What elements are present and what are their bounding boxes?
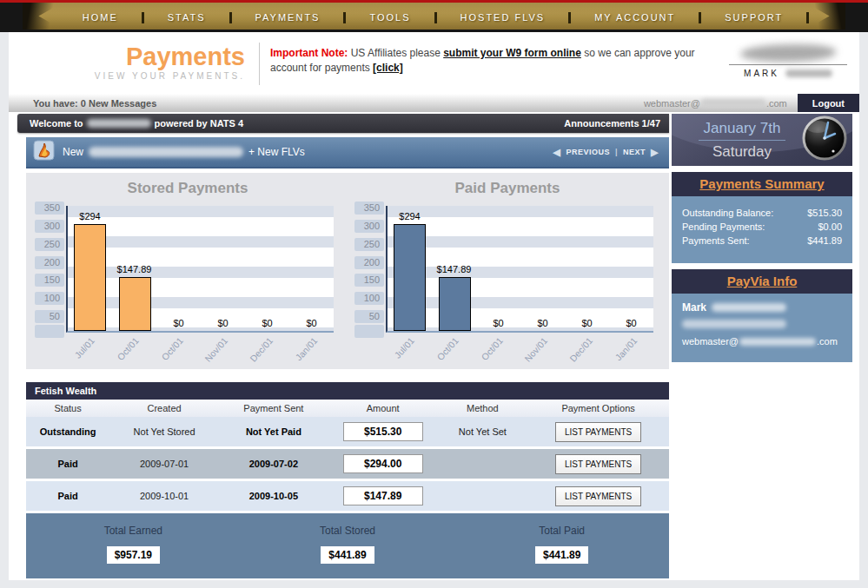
y-tick-label: 200 xyxy=(354,256,384,269)
y-axis: 35030025020015010050 xyxy=(31,206,66,348)
messages-bar: You have: 0 New Messages webmaster@ .com… xyxy=(9,94,859,112)
amount-box: $294.00 xyxy=(343,454,423,473)
amount-box: $147.89 xyxy=(343,486,423,505)
w9-form-link[interactable]: submit your W9 form online xyxy=(443,47,581,59)
nav-item-hosted-flvs[interactable]: HOSTED FLVS xyxy=(437,12,569,23)
nav-item-my-account[interactable]: MY ACCOUNT xyxy=(571,12,699,23)
total-label: Total Paid xyxy=(454,525,669,537)
header-divider xyxy=(259,43,260,85)
nav-item-stats[interactable]: STATS xyxy=(144,12,229,23)
bar-oct-01 xyxy=(439,277,471,331)
y-tick-label: 350 xyxy=(35,202,64,215)
important-note: Important Note: US Affiliates please sub… xyxy=(270,43,703,89)
announcement-flame-icon xyxy=(33,139,56,165)
next-icon[interactable]: ▶ xyxy=(651,147,659,158)
summary-label: Payments Sent: xyxy=(682,235,807,246)
redacted-last-name xyxy=(785,69,832,77)
bar-value-label: $0 xyxy=(217,318,228,328)
list-payments-button[interactable]: LIST PAYMENTS xyxy=(555,422,641,442)
bar-value-label: $0 xyxy=(581,318,592,328)
y-tick-label: 100 xyxy=(354,292,384,305)
next-button[interactable]: NEXT xyxy=(623,148,646,156)
x-tick-label: Jul/01 xyxy=(392,335,416,360)
bar-value-label: $147.89 xyxy=(117,264,152,274)
announcement-bar: New + New FLVs ◀ PREVIOUS | NEXT ▶ xyxy=(26,137,669,168)
y-tick-label: 150 xyxy=(35,274,64,287)
bar-value-label: $0 xyxy=(173,318,183,328)
bar-oct-01 xyxy=(119,277,151,331)
nav-separator xyxy=(806,12,809,23)
bar-value-label: $0 xyxy=(262,318,272,328)
payvia-name: Mark xyxy=(682,301,842,314)
cell-amount: $147.89 xyxy=(328,486,438,505)
table-title: Fetish Wealth xyxy=(26,382,669,400)
y-tick-label: 100 xyxy=(35,292,64,305)
payvia-email: webmaster@ .com xyxy=(682,336,842,347)
column-header-amount: Amount xyxy=(328,403,438,413)
nav-item-home[interactable]: HOME xyxy=(59,12,142,23)
summary-value: $441.89 xyxy=(807,235,842,246)
previous-button[interactable]: PREVIOUS xyxy=(566,148,610,156)
welcome-text: Welcome to xyxy=(30,118,83,129)
redacted-address xyxy=(682,320,786,328)
cell-created: Not Yet Stored xyxy=(109,426,219,437)
nav-item-payments[interactable]: PAYMENTS xyxy=(232,12,344,23)
signature-image xyxy=(740,44,836,62)
logout-button[interactable]: Logout xyxy=(798,94,859,112)
x-tick-label: Jan/01 xyxy=(613,335,639,362)
bar-value-label: $0 xyxy=(537,318,547,328)
main-column: Welcome to powered by NATS 4 Announcemen… xyxy=(26,114,669,578)
date-panel: January 7th Saturday xyxy=(672,114,852,166)
account-email: webmaster@ .com Logout xyxy=(644,94,859,112)
list-payments-button[interactable]: LIST PAYMENTS xyxy=(555,486,641,506)
nav-item-tools[interactable]: TOOLS xyxy=(346,12,434,23)
total-value-box: $957.19 xyxy=(107,546,160,564)
x-tick-label: Nov/01 xyxy=(522,335,549,364)
x-tick-label: Oct/01 xyxy=(480,335,506,362)
cell-payment-sent: 2009-10-05 xyxy=(219,491,328,501)
date-text: January 7th xyxy=(699,120,786,141)
payvia-title[interactable]: PayVia Info xyxy=(727,274,798,288)
bar-value-label: $294 xyxy=(399,211,420,221)
y-tick-label: 300 xyxy=(35,220,64,233)
chart-title: Paid Payments xyxy=(348,180,667,197)
click-link[interactable]: [click] xyxy=(373,62,403,74)
payvia-body: Mark webmaster@ .com xyxy=(672,294,852,362)
announcement-text-suffix: + New FLVs xyxy=(248,146,305,158)
signature-name: MARK xyxy=(729,69,847,78)
summary-row: Payments Sent:$441.89 xyxy=(682,235,842,246)
table-row: Paid2009-07-012009-07-02$294.00LIST PAYM… xyxy=(26,449,669,479)
summary-row: Pending Payments:$0.00 xyxy=(682,221,842,232)
x-axis-labels: Jul/01Oct/01Oct/01Nov/01Dec/01Jan/01 xyxy=(66,333,334,367)
x-tick-label: Jul/01 xyxy=(72,335,96,360)
cell-payment-options: LIST PAYMENTS xyxy=(527,422,669,442)
announcement-text[interactable]: New + New FLVs xyxy=(63,146,305,158)
welcome-text-suffix: powered by NATS 4 xyxy=(155,118,243,129)
payments-summary-header: Payments Summary xyxy=(672,172,852,196)
y-axis: 35030025020015010050 xyxy=(351,206,386,348)
redacted-email-domain xyxy=(701,99,765,107)
previous-icon[interactable]: ◀ xyxy=(553,147,561,158)
new-messages-text[interactable]: You have: 0 New Messages xyxy=(33,98,156,109)
summary-row: Outstanding Balance:$515.30 xyxy=(682,208,842,218)
payments-summary-title[interactable]: Payments Summary xyxy=(699,176,824,191)
redacted-announcement xyxy=(89,147,243,157)
stored-payments-chart: Stored Payments 35030025020015010050 $29… xyxy=(28,178,348,367)
note-label: Important Note: xyxy=(270,47,348,59)
nav-item-support[interactable]: SUPPORT xyxy=(701,12,806,23)
x-tick-label: Oct/01 xyxy=(434,335,461,362)
payvia-header: PayVia Info xyxy=(672,269,852,294)
y-tick-label: 250 xyxy=(354,238,384,251)
signature-block: MARK xyxy=(729,43,859,89)
payments-table: Fetish Wealth StatusCreatedPayment SentA… xyxy=(26,382,669,578)
redacted-email-domain xyxy=(739,338,816,346)
payments-summary-body: Outstanding Balance:$515.30Pending Payme… xyxy=(672,196,852,263)
list-payments-button[interactable]: LIST PAYMENTS xyxy=(555,454,641,474)
summary-label: Outstanding Balance: xyxy=(682,208,807,218)
column-header-payment-options: Payment Options xyxy=(527,403,669,413)
total-value-box: $441.89 xyxy=(535,546,588,564)
summary-value: $0.00 xyxy=(818,221,842,232)
bar-value-label: $147.89 xyxy=(437,264,472,274)
clock-icon xyxy=(802,116,847,164)
amount-box: $515.30 xyxy=(343,422,423,441)
